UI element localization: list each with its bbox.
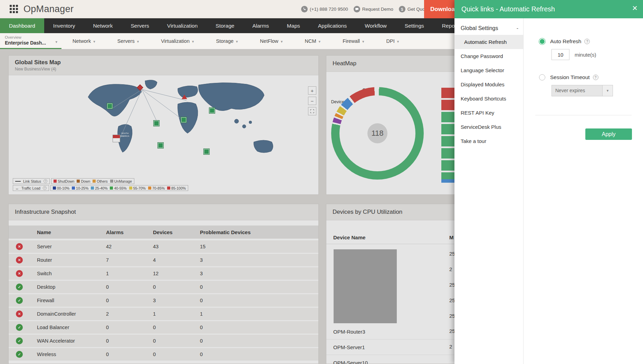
nav-dashboard[interactable]: Dashboard	[0, 18, 44, 33]
request-demo-link[interactable]: Request Demo	[354, 6, 393, 12]
chevron-down-icon[interactable]: ▾	[55, 40, 57, 44]
tab-storage[interactable]: Storage▾	[205, 33, 249, 49]
tab-virtualization[interactable]: Virtualization▾	[150, 33, 205, 49]
nav-maps[interactable]: Maps	[278, 18, 309, 33]
help-icon[interactable]: ?	[593, 75, 598, 80]
close-icon[interactable]: ×	[632, 3, 637, 12]
nav-applications[interactable]: Applications	[309, 18, 356, 33]
session-timeout-label: Session Timeout	[550, 74, 590, 80]
sidebar-item-rest-api-key[interactable]: REST API Key	[454, 106, 523, 120]
chevron-down-icon: ▾	[362, 39, 364, 44]
chevron-down-icon: ▾	[137, 39, 139, 44]
panel-body: Auto Refresh ? minute(s) Session Timeout…	[524, 18, 643, 364]
collapse-icon[interactable]: -	[517, 22, 518, 35]
chevron-down-icon: ▾	[192, 39, 194, 44]
panel-sidebar: Global Settings - Automatic Refresh Chan…	[454, 18, 524, 364]
nav-alarms[interactable]: Alarms	[243, 18, 278, 33]
tab-overview-dashboard[interactable]: Overview Enterprise Dash... ▾	[0, 33, 61, 49]
session-timeout-select[interactable]: Never expires ▾	[551, 85, 613, 96]
tab-network[interactable]: Network▾	[61, 33, 106, 49]
nav-network[interactable]: Network	[84, 18, 122, 33]
nav-storage[interactable]: Storage	[207, 18, 243, 33]
session-timeout-radio[interactable]	[539, 74, 545, 80]
sidebar-item-change-password[interactable]: Change Password	[454, 49, 523, 63]
sidebar-section-global-settings[interactable]: Global Settings -	[454, 22, 523, 35]
overview-label: Overview	[5, 35, 61, 39]
nav-inventory[interactable]: Inventory	[44, 18, 84, 33]
refresh-interval-input[interactable]	[551, 49, 569, 60]
auto-refresh-option: Auto Refresh ?	[539, 38, 590, 45]
chat-icon	[354, 6, 360, 12]
apps-grid-icon[interactable]	[10, 5, 18, 13]
phone-icon	[301, 6, 308, 12]
minutes-unit-label: minute(s)	[575, 52, 596, 58]
chevron-down-icon: ▾	[319, 39, 321, 44]
selected-option: Never expires	[555, 88, 585, 93]
chevron-down-icon[interactable]: ▾	[602, 85, 613, 96]
dollar-icon: $	[399, 6, 405, 12]
phone-number: (+1) 888 720 9500	[310, 7, 348, 12]
divider	[535, 115, 632, 115]
help-icon[interactable]: ?	[584, 39, 590, 44]
apply-button[interactable]: Apply	[585, 128, 632, 140]
active-dashboard-name: Enterprise Dash...	[5, 40, 61, 46]
chevron-down-icon: ▾	[93, 39, 95, 44]
nav-workflow[interactable]: Workflow	[356, 18, 395, 33]
auto-refresh-radio[interactable]	[539, 38, 545, 45]
tab-servers[interactable]: Servers▾	[106, 33, 150, 49]
chevron-down-icon: ▾	[236, 39, 238, 44]
quick-links-panel: Quick links - Automatic Refresh × Global…	[454, 0, 643, 364]
app-logo: OpManager	[23, 4, 74, 15]
sidebar-item-take-a-tour[interactable]: Take a tour	[454, 134, 523, 148]
panel-header: Quick links - Automatic Refresh ×	[454, 0, 643, 18]
tab-dpi[interactable]: DPI▾	[375, 33, 410, 49]
tab-firewall[interactable]: Firewall▾	[332, 33, 375, 49]
tab-ncm[interactable]: NCM▾	[294, 33, 332, 49]
sidebar-item-language-selector[interactable]: Language Selector	[454, 63, 523, 77]
tab-netflow[interactable]: NetFlow▾	[249, 33, 294, 49]
chevron-down-icon: ▾	[281, 39, 283, 44]
topbar-contacts: (+1) 888 720 9500 Request Demo $ Get Quo…	[301, 0, 429, 18]
sidebar-item-automatic-refresh[interactable]: Automatic Refresh	[454, 35, 523, 49]
sidebar-item-displayed-modules[interactable]: Displayed Modules	[454, 77, 523, 92]
phone-contact: (+1) 888 720 9500	[301, 6, 348, 12]
nav-virtualization[interactable]: Virtualization	[158, 18, 207, 33]
request-demo-label: Request Demo	[362, 7, 393, 12]
chevron-down-icon: ▾	[397, 39, 399, 44]
session-timeout-option: Session Timeout ?	[539, 74, 598, 80]
sidebar-item-keyboard-shortcuts[interactable]: Keyboard Shortcuts	[454, 92, 523, 106]
nav-servers[interactable]: Servers	[122, 18, 158, 33]
sidebar-item-servicedesk-plus[interactable]: ServiceDesk Plus	[454, 120, 523, 134]
opmanager-app: OpManager (+1) 888 720 9500 Request Demo…	[0, 0, 643, 364]
modal-dim-overlay[interactable]	[0, 49, 454, 364]
auto-refresh-label: Auto Refresh	[550, 38, 581, 45]
nav-settings[interactable]: Settings	[396, 18, 433, 33]
panel-title: Quick links - Automatic Refresh	[461, 5, 555, 13]
